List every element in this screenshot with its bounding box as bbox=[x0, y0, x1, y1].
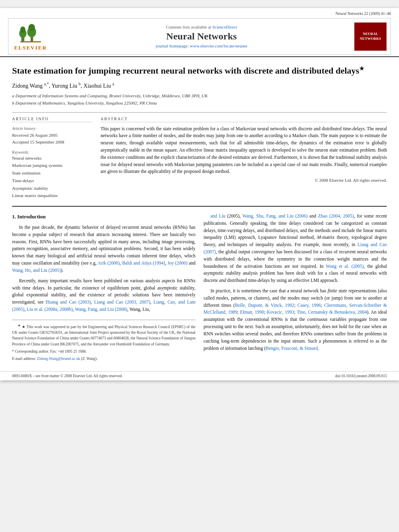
email-label: E-mail address: bbox=[12, 357, 36, 361]
ref-bengio[interactable]: Bengio, Frasconi, & Simard, bbox=[266, 346, 319, 351]
ref-liang-cao[interactable]: Liang and Cao (2003, 2007) bbox=[94, 300, 150, 304]
ref-wang-fang[interactable]: Wang, Fang, and Liu (2008) bbox=[75, 307, 127, 312]
ref-arik[interactable]: Arik (2000) bbox=[98, 261, 120, 265]
ref-wang-shu[interactable]: Wang, Shu, Fang, and Liu (2006) bbox=[243, 214, 308, 218]
journal-meta-top: Neural Networks 22 (2009) 41–48 bbox=[8, 11, 391, 16]
homepage-link[interactable]: www.elsevier.com/locate/neunet bbox=[190, 43, 247, 48]
divider-1 bbox=[12, 112, 387, 113]
ref-casey[interactable]: Casey, 1996 bbox=[298, 303, 321, 308]
body-divider bbox=[12, 206, 387, 207]
svg-point-2 bbox=[20, 27, 25, 33]
history-label: Article history: bbox=[12, 125, 93, 132]
ref-kovacic[interactable]: Kovacic, 1993 bbox=[267, 310, 294, 314]
journal-thumbnail: NEURALNETWORKS bbox=[354, 23, 387, 51]
affiliations: a Department of Information Systems and … bbox=[12, 92, 387, 107]
issn-text: 0893-6080/$ – see front matter © 2008 El… bbox=[12, 374, 123, 378]
elsevier-logo: ELSEVIER bbox=[12, 22, 49, 51]
ref-baldi[interactable]: Baldi and Atiya (1994) bbox=[122, 261, 165, 265]
elsevier-tree-icon bbox=[19, 22, 43, 44]
homepage-label: journal homepage: bbox=[156, 43, 189, 48]
article-info-col: ARTICLE INFO Article history: Received 2… bbox=[12, 117, 93, 199]
body-left-col: 1. Introduction In the past decade, the … bbox=[12, 213, 195, 364]
authors-line: Zidong Wang a,*, Yurong Liu b, Xiaohui L… bbox=[12, 82, 387, 89]
ref-and-liu[interactable]: and Liu bbox=[210, 214, 225, 218]
thumb-label: NEURALNETWORKS bbox=[360, 32, 381, 41]
contents-label: Contents lists available at bbox=[166, 25, 211, 29]
ref-tino[interactable]: Tino, Cernansky & Benuskova, 2004 bbox=[297, 310, 367, 314]
ref-bolle[interactable]: Bolle, Dupont, & Vinck, 1992 bbox=[235, 303, 294, 308]
footnote-section: ★ ★ This work was supported in part by t… bbox=[12, 320, 195, 362]
affiliation-a: a Department of Information Systems and … bbox=[12, 92, 387, 99]
svg-point-5 bbox=[29, 24, 35, 31]
keywords-label: Keywords: bbox=[12, 150, 93, 154]
ref-liang-cao-2007[interactable]: Liang and Cao (2007) bbox=[204, 242, 387, 254]
section-title: Introduction bbox=[17, 214, 46, 220]
article-title-text: State estimation for jumping recurrent n… bbox=[12, 66, 359, 76]
ref-elman[interactable]: Elman, 1990 bbox=[240, 310, 264, 314]
ref-huang[interactable]: Huang and Cao (2003) bbox=[46, 300, 91, 304]
ref-wang-ho[interactable]: Wang, Ho, and Liu (2005) bbox=[12, 268, 61, 273]
journal-homepage: journal homepage: www.elsevier.com/locat… bbox=[49, 43, 354, 48]
keyword-2: Markovian jumping systems bbox=[12, 162, 93, 169]
keywords-list: Neural networks Markovian jumping system… bbox=[12, 154, 93, 199]
intro-para-1: In the past decade, the dynamic behavior… bbox=[12, 224, 195, 274]
info-abstract-section: ARTICLE INFO Article history: Received 2… bbox=[12, 117, 387, 199]
doi-text: doi:10.1016/j.neunet.2008.09.015 bbox=[335, 374, 387, 378]
svg-rect-6 bbox=[20, 41, 41, 43]
sciencedirect-line: Contents lists available at ScienceDirec… bbox=[49, 25, 354, 29]
abstract-col: ABSTRACT This paper is concerned with th… bbox=[101, 117, 387, 199]
affiliation-b: b Department of Mathematics, Yangzhou Un… bbox=[12, 100, 387, 107]
keyword-4: Time-delays bbox=[12, 177, 93, 185]
page: Neural Networks 22 (2009) 41–48 ELSEVIER bbox=[0, 8, 399, 380]
abstract-label: ABSTRACT bbox=[101, 117, 387, 122]
journal-citation: Neural Networks 22 (2009) 41–48 bbox=[335, 11, 391, 16]
journal-title-header: Neural Networks bbox=[49, 31, 354, 42]
article-content: State estimation for jumping recurrent n… bbox=[0, 57, 399, 371]
footnote-text: ★ This work was supported in part by the… bbox=[12, 325, 195, 346]
ref-wang-et-al[interactable]: Wang et al. (2005) bbox=[326, 264, 364, 269]
ref-joy[interactable]: Joy (2000) bbox=[167, 261, 187, 265]
title-footnote-marker: ★ bbox=[359, 66, 364, 72]
section-number: 1. bbox=[12, 214, 16, 220]
footnote-star: ★ ★ This work was supported in part by t… bbox=[12, 323, 195, 347]
author-wang: Zidong Wang a,*, Yurong Liu b, Xiaohui L… bbox=[12, 83, 114, 89]
article-history: Article history: Received 26 August 2005… bbox=[12, 125, 93, 146]
abstract-text: This paper is concerned with the state e… bbox=[101, 125, 387, 176]
ref-liu[interactable]: Liu et al. (2008a, 2008b) bbox=[27, 307, 72, 312]
article-info-label: ARTICLE INFO bbox=[12, 117, 93, 122]
received-date: Received 26 August 2005 bbox=[12, 132, 93, 139]
right-para-1: and Liu (2005), Wang, Shu, Fang, and Liu… bbox=[204, 213, 387, 284]
article-title: State estimation for jumping recurrent n… bbox=[12, 65, 387, 77]
accepted-date: Accepted 15 September 2008 bbox=[12, 139, 93, 146]
footnote-email: E-mail address: Zidong.Wang@brunel.ac.uk… bbox=[12, 356, 195, 362]
keyword-1: Neural networks bbox=[12, 154, 93, 162]
journal-header: Neural Networks 22 (2009) 41–48 ELSEVIER bbox=[0, 8, 399, 57]
corresp-label: * Corresponding author. Fax: +44 1895 25… bbox=[12, 349, 87, 353]
ref-zhao[interactable]: Zhao (2004, 2005) bbox=[318, 214, 354, 218]
keyword-5: Asymptotic stability bbox=[12, 185, 93, 192]
elsevier-wordmark: ELSEVIER bbox=[14, 45, 47, 51]
copyright-line: © 2008 Elsevier Ltd. All rights reserved… bbox=[101, 178, 387, 183]
keyword-3: State estimation bbox=[12, 169, 93, 177]
email-link[interactable]: Zidong.Wang@brunel.ac.uk bbox=[37, 357, 80, 361]
intro-heading: 1. Introduction bbox=[12, 213, 195, 221]
journal-center: Contents lists available at ScienceDirec… bbox=[49, 25, 354, 48]
keyword-6: Linear matrix inequalities bbox=[12, 192, 93, 199]
body-section: 1. Introduction In the past decade, the … bbox=[12, 213, 387, 364]
footnote-corresp: * Corresponding author. Fax: +44 1895 25… bbox=[12, 349, 195, 354]
journal-banner: ELSEVIER Contents lists available at Sci… bbox=[8, 18, 391, 55]
right-para-2: In practice, it is sometimes the case th… bbox=[204, 288, 387, 352]
email-suffix: (Z. Wang). bbox=[81, 357, 98, 361]
bottom-bar: 0893-6080/$ – see front matter © 2008 El… bbox=[0, 371, 399, 380]
body-right-col: and Liu (2005), Wang, Shu, Fang, and Liu… bbox=[204, 213, 387, 364]
intro-para-2: Recently, many important results have be… bbox=[12, 277, 195, 313]
sciencedirect-link[interactable]: ScienceDirect bbox=[212, 25, 237, 29]
keywords-section: Keywords: Neural networks Markovian jump… bbox=[12, 150, 93, 199]
